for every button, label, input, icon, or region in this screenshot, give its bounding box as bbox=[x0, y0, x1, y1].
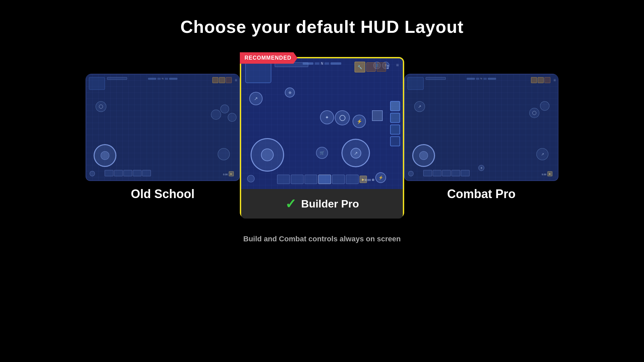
center-interact-btn: ⊕ bbox=[285, 87, 295, 98]
center-timer: 0:00 ♻ bbox=[365, 178, 374, 182]
old-school-aim-btn bbox=[96, 101, 106, 112]
old-school-settings-icon: ≡ bbox=[235, 78, 237, 82]
combat-pro-weapon-area bbox=[531, 77, 550, 83]
center-build-pieces bbox=[390, 101, 400, 146]
layout-card-old-school[interactable]: ≡ N bbox=[86, 74, 240, 201]
old-school-target-btn bbox=[211, 110, 221, 120]
center-crosshair-btn: 🛒 bbox=[316, 147, 328, 159]
old-school-inventory bbox=[105, 170, 151, 176]
center-settings-icon: ≡ bbox=[396, 62, 399, 68]
layout-description: Build and Combat controls always on scre… bbox=[243, 235, 400, 243]
old-school-action-btn-1 bbox=[220, 105, 229, 113]
builder-pro-label: Builder Pro bbox=[301, 198, 359, 210]
combat-pro-joystick-left bbox=[412, 144, 435, 167]
center-sprint-btn: ⚡ bbox=[353, 115, 366, 128]
old-school-preview: ≡ N bbox=[86, 74, 240, 181]
layouts-container: ≡ N bbox=[0, 57, 644, 218]
center-nav-bar: N bbox=[303, 62, 341, 65]
center-bottom-action: ⚡ bbox=[375, 172, 386, 183]
combat-pro-arrow-btn: ▶ bbox=[547, 171, 552, 176]
center-build-square bbox=[372, 110, 383, 121]
combat-pro-center-btn: ✦ bbox=[478, 165, 484, 171]
center-melee-btn: ↗ bbox=[249, 92, 263, 105]
old-school-interact-btn bbox=[90, 171, 95, 176]
combat-pro-nav-bar: N bbox=[467, 77, 496, 80]
old-school-minimap bbox=[89, 77, 105, 90]
combat-pro-sprint-btn: ↗ bbox=[536, 148, 548, 160]
combat-pro-interact-btn bbox=[408, 171, 414, 176]
layout-card-combat-pro[interactable]: ≡ N ↗ bbox=[404, 74, 558, 201]
combat-pro-aim-btn bbox=[529, 108, 539, 118]
combat-pro-settings-icon: ≡ bbox=[553, 78, 556, 82]
combat-pro-target-btn bbox=[540, 101, 549, 111]
old-school-timer: 0:00 bbox=[223, 173, 228, 176]
page-title: Choose your default HUD Layout bbox=[180, 17, 464, 37]
combat-pro-minimap bbox=[408, 77, 424, 90]
center-joystick-right: ↗ bbox=[341, 139, 370, 167]
center-aim-btn bbox=[335, 110, 350, 125]
combat-pro-action-btn: ↗ bbox=[414, 101, 425, 112]
combat-pro-health-bar bbox=[426, 77, 446, 80]
center-weapon-icons: 🔧 bbox=[355, 62, 389, 72]
old-school-joystick-left bbox=[94, 144, 116, 167]
center-minimap bbox=[245, 62, 271, 83]
old-school-label: Old School bbox=[86, 187, 240, 201]
old-school-weapon-area bbox=[212, 77, 232, 83]
combat-pro-preview: ≡ N ↗ bbox=[404, 74, 558, 181]
center-bottom-interact bbox=[247, 175, 255, 182]
selected-checkmark-icon: ✓ bbox=[285, 196, 297, 212]
old-school-action-btn-2 bbox=[228, 113, 236, 122]
combat-pro-inventory bbox=[423, 170, 470, 176]
combat-pro-timer: 9:00 bbox=[542, 173, 546, 176]
center-inventory-bar: ▶ bbox=[277, 175, 367, 184]
combat-pro-label: Combat Pro bbox=[404, 187, 558, 201]
old-school-health-bar bbox=[107, 77, 127, 80]
old-school-sprint-btn bbox=[218, 148, 230, 160]
center-target-btn: ✦ bbox=[320, 110, 334, 124]
center-joystick-left bbox=[251, 138, 284, 172]
builder-pro-hud: N 👤 🎙 🔧 ≡ bbox=[241, 58, 403, 189]
recommended-badge: RECOMMENDED bbox=[240, 52, 298, 64]
layout-card-builder-pro[interactable]: RECOMMENDED N 👤 🎙 🔧 bbox=[240, 57, 404, 218]
old-school-arrow-btn: ▶ bbox=[229, 171, 234, 176]
builder-pro-footer: ✓ Builder Pro bbox=[241, 189, 403, 219]
old-school-nav-bar: N bbox=[148, 77, 177, 80]
